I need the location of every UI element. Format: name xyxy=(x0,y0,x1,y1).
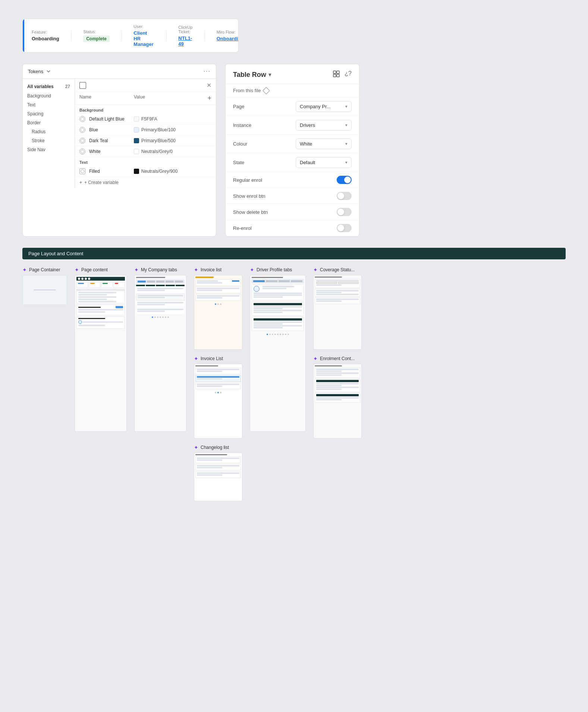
ticket-value: NTL1-49 xyxy=(178,35,192,47)
regular-enrol-toggle[interactable] xyxy=(337,176,352,184)
invoice-list-preview xyxy=(194,275,242,350)
tokens-sidebar: All variables 27 Background Text Spacing… xyxy=(23,79,75,188)
sidebar-item-radius[interactable]: Radius xyxy=(23,127,75,136)
page-dropdown-chevron-icon: ▾ xyxy=(345,104,348,109)
create-variable-button[interactable]: + + Create variable xyxy=(75,177,216,188)
my-company-tabs-preview xyxy=(134,275,186,432)
preview-line-1 xyxy=(34,290,56,290)
sidebar-item-spacing[interactable]: Spacing xyxy=(23,109,75,118)
token-icon-5 xyxy=(79,168,85,174)
inspector-from-file: From this file xyxy=(226,84,359,97)
inspector-header: Table Row ▾ ¿? xyxy=(226,64,359,84)
variables-count: 27 xyxy=(65,84,70,89)
status-info: Status: Complete xyxy=(83,29,110,42)
token-name-3: Dark Teal xyxy=(89,138,130,143)
sidebar-item-sidenav[interactable]: Side Nav xyxy=(23,145,75,154)
name-col-header: Name xyxy=(79,94,128,102)
invoice-list-2-label: ✦ Invoice List xyxy=(194,356,242,362)
tokens-header: Tokens ··· xyxy=(23,64,216,79)
show-delete-btn-label: Show delete btn xyxy=(233,209,268,215)
driver-tabs-preview xyxy=(250,275,306,432)
svg-rect-2 xyxy=(333,74,336,77)
token-row-filled: Filled Neutrals/Grey/900 xyxy=(75,166,216,177)
grid-icon[interactable] xyxy=(333,70,340,79)
inspector-title-text: Table Row xyxy=(233,71,266,79)
sidebar-item-border[interactable]: Border xyxy=(23,118,75,127)
create-variable-label: + Create variable xyxy=(84,180,119,185)
token-row-default-light-blue: Default Light Blue F5F9FA xyxy=(75,114,216,125)
show-enrol-btn-row: Show enrol btn xyxy=(226,188,359,204)
token-value-3: Primary/Blue/500 xyxy=(134,138,176,143)
sparkle-icon-5: ✦ xyxy=(194,356,198,362)
feature-label: Feature: xyxy=(32,30,59,34)
add-variable-button[interactable]: + xyxy=(207,94,211,102)
page-dropdown[interactable]: Company Pr... ▾ xyxy=(296,101,352,112)
regular-enrol-label: Regular enrol xyxy=(233,177,262,183)
show-delete-btn-row: Show delete btn xyxy=(226,204,359,220)
ticket-label: ClickUp Ticket: xyxy=(178,25,192,34)
sidebar-item-text[interactable]: Text xyxy=(23,100,75,109)
status-badge: Complete xyxy=(83,35,110,42)
layout-item-invoice-list: ✦ Invoice list xyxy=(194,267,242,350)
state-label: State xyxy=(233,160,244,165)
token-value-text-2: Primary/Blue/100 xyxy=(141,127,176,132)
colour-dropdown-value: White xyxy=(300,141,312,147)
toggle-knob-4 xyxy=(337,225,344,231)
layout-item-my-company-tabs: ✦ My Company tabs xyxy=(134,267,186,501)
feature-value: Onboarding xyxy=(32,36,59,41)
show-enrol-btn-toggle[interactable] xyxy=(337,192,352,200)
changelog-list-label: ✦ Changelog list xyxy=(194,444,242,450)
token-name-1: Default Light Blue xyxy=(89,116,130,122)
ticket-info: ClickUp Ticket: NTL1-49 xyxy=(178,25,192,47)
sparkle-icon-7: ✦ xyxy=(250,267,254,273)
close-button[interactable]: ✕ xyxy=(207,82,211,89)
help-icon[interactable]: ¿? xyxy=(345,70,352,79)
sidebar-item-background[interactable]: Background xyxy=(23,91,75,100)
page-content-preview xyxy=(75,275,127,432)
enrolment-text: Enrolment Cont... xyxy=(320,356,355,361)
svg-rect-3 xyxy=(337,74,339,77)
page-layout-header: Page Layout and Content xyxy=(22,248,566,259)
layout-item-driver-tabs: ✦ Driver Profile tabs xyxy=(250,267,306,501)
layout-item-page-content: ✦ Page content xyxy=(75,267,127,501)
layout-item-changelog-list: ✦ Changelog list xyxy=(194,444,242,501)
instance-dropdown-chevron-icon: ▾ xyxy=(345,123,348,128)
tokens-menu-button[interactable]: ··· xyxy=(204,68,211,75)
toggle-knob-2 xyxy=(337,193,344,199)
inspector-colour-row: Colour White ▾ xyxy=(226,135,359,153)
page-container-text: Page Container xyxy=(29,267,60,272)
instance-label: Instance xyxy=(233,122,251,128)
invoice-list-text: Invoice list xyxy=(201,267,221,272)
coverage-enrolment-column: ✦ Coverage Statu... xyxy=(313,267,362,501)
re-enrol-toggle[interactable] xyxy=(337,224,352,232)
title-chevron-icon[interactable]: ▾ xyxy=(268,72,271,78)
layout-grid: ✦ Page Container ✦ Page content xyxy=(22,267,566,501)
page-dropdown-value: Company Pr... xyxy=(300,104,330,109)
grid-svg xyxy=(333,70,340,78)
token-name-4: White xyxy=(89,149,130,154)
toggle-knob-1 xyxy=(344,177,351,183)
invoice-list-2-text: Invoice List xyxy=(201,356,223,361)
tokens-panel: Tokens ··· All variables 27 Background T… xyxy=(22,64,216,237)
show-delete-btn-toggle[interactable] xyxy=(337,208,352,216)
page-content-label: ✦ Page content xyxy=(75,267,127,273)
page-container-preview xyxy=(22,275,67,305)
sidebar-item-stroke[interactable]: Stroke xyxy=(23,136,75,145)
inspector-title: Table Row ▾ xyxy=(233,71,271,79)
panel-layout-icon xyxy=(79,82,86,89)
sparkle-icon-3: ✦ xyxy=(134,267,139,273)
inspector-action-icons: ¿? xyxy=(333,70,352,79)
token-value-text-1: F5F9FA xyxy=(141,116,157,122)
re-enrol-label: Re-enrol xyxy=(233,225,252,231)
page-content-text: Page content xyxy=(81,267,108,272)
inspector-page-row: Page Company Pr... ▾ xyxy=(226,97,359,116)
instance-dropdown[interactable]: Drivers ▾ xyxy=(296,120,352,131)
color-swatch-2 xyxy=(134,127,139,132)
layout-item-coverage-status: ✦ Coverage Statu... xyxy=(313,267,362,350)
inspector-state-row: State Default ▾ xyxy=(226,153,359,172)
instance-dropdown-value: Drivers xyxy=(300,122,315,128)
state-dropdown-chevron-icon: ▾ xyxy=(345,160,348,165)
state-dropdown[interactable]: Default ▾ xyxy=(296,157,352,168)
changelog-list-text: Changelog list xyxy=(201,445,229,450)
colour-dropdown[interactable]: White ▾ xyxy=(296,138,352,149)
